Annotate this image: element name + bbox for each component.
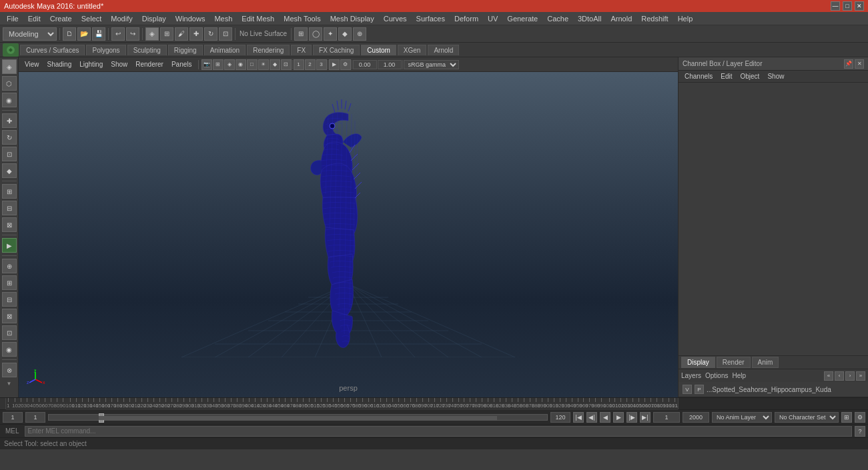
snap-obj-btn[interactable]: ⊞ [2, 184, 17, 199]
menu-3dtoall[interactable]: 3DtoAll [574, 13, 605, 24]
menu-help[interactable]: Help [674, 13, 697, 24]
menu-modify[interactable]: Modify [107, 13, 136, 24]
shelf-tab-xgen[interactable]: XGen [398, 45, 427, 55]
scale-tool[interactable]: ⊡ [2, 147, 17, 161]
vp-render-icon[interactable]: ▶ [329, 59, 340, 70]
menu-surfaces[interactable]: Surfaces [412, 13, 449, 24]
shelf-tab-polygons[interactable]: Polygons [86, 45, 125, 55]
shelf-tab-curves[interactable]: Curves / Surfaces [20, 45, 85, 55]
ch-menu-show[interactable]: Show [764, 71, 787, 81]
layer-tab-render[interactable]: Render [717, 357, 751, 368]
menu-display[interactable]: Display [138, 13, 170, 24]
open-btn[interactable]: 📂 [77, 27, 91, 41]
maximize-btn[interactable]: □ [843, 1, 852, 11]
panel-pin-btn[interactable]: 📌 [844, 59, 853, 69]
vp-camera-icon[interactable]: 📷 [201, 59, 212, 70]
shelf-tab-arnold[interactable]: Arnold [428, 45, 459, 55]
menu-edit-mesh[interactable]: Edit Mesh [238, 13, 278, 24]
layer-nav-left2[interactable]: « [824, 371, 833, 381]
snap-group-btn[interactable]: ⊟ [2, 201, 17, 215]
construction-btn[interactable]: ⊕ [353, 27, 366, 41]
ch-menu-object[interactable]: Object [737, 71, 763, 81]
range-start-input[interactable] [653, 412, 680, 423]
maya-shelf-icon[interactable] [3, 43, 19, 57]
play-back-btn[interactable]: ◀ [600, 412, 610, 423]
menu-select[interactable]: Select [77, 13, 106, 24]
layer-playback-btn[interactable]: P [695, 385, 704, 394]
mel-input[interactable] [25, 426, 852, 437]
menu-arnold[interactable]: Arnold [606, 13, 636, 24]
vp-wireframe-icon[interactable]: ◈ [224, 59, 235, 70]
menu-file[interactable]: File [3, 13, 23, 24]
shelf-tab-custom[interactable]: Custom [361, 45, 396, 55]
shelf-tab-fxcaching[interactable]: FX Caching [313, 45, 360, 55]
vp-menu-shading[interactable]: Shading [44, 59, 75, 69]
vp-color-profile-dropdown[interactable]: sRGB gamma Linear [404, 60, 459, 69]
menu-curves[interactable]: Curves [380, 13, 411, 24]
close-btn[interactable]: ✕ [855, 1, 864, 11]
extra-btn5[interactable]: ◉ [2, 342, 17, 357]
vp-texture-icon[interactable]: □ [247, 59, 258, 70]
anim-extra-btn2[interactable]: ⚙ [855, 412, 865, 423]
vp-shaded-icon[interactable]: ◉ [236, 59, 246, 70]
frame-end-input[interactable] [550, 412, 570, 423]
shelf-tab-fx[interactable]: FX [291, 45, 312, 55]
render-btn[interactable]: ▶ [2, 238, 17, 253]
extra-btn2[interactable]: ⊟ [2, 292, 17, 307]
undo-btn[interactable]: ↩ [111, 27, 125, 41]
minimize-btn[interactable]: — [831, 1, 840, 11]
range-end-input[interactable] [683, 412, 709, 423]
vp-menu-view[interactable]: View [21, 59, 43, 69]
play-fwd-btn[interactable]: ▶ [613, 412, 624, 423]
menu-generate[interactable]: Generate [503, 13, 542, 24]
vp-grid-icon[interactable]: ⊞ [213, 59, 224, 70]
layers-menu-options[interactable]: Options [705, 372, 728, 379]
vp-options-icon[interactable]: ⚙ [340, 59, 351, 70]
layer-visibility-btn[interactable]: V [683, 385, 692, 394]
frame-start-input[interactable] [3, 412, 23, 423]
menu-deform[interactable]: Deform [450, 13, 482, 24]
lasso-tool-btn[interactable]: ⊞ [160, 27, 173, 41]
menu-windows[interactable]: Windows [171, 13, 209, 24]
layer-nav-left[interactable]: ‹ [835, 371, 844, 381]
redo-btn[interactable]: ↪ [126, 27, 139, 41]
ch-menu-channels[interactable]: Channels [681, 71, 716, 81]
snap-point-btn[interactable]: ✦ [324, 27, 337, 41]
save-btn[interactable]: 💾 [92, 27, 105, 41]
shelf-tab-sculpting[interactable]: Sculpting [127, 45, 167, 55]
new-scene-btn[interactable]: 🗋 [63, 27, 76, 41]
vp-menu-show[interactable]: Show [107, 59, 131, 69]
select-mode-btn[interactable]: ◈ [2, 59, 17, 74]
snap-surf-btn[interactable]: ◆ [338, 27, 352, 41]
shelf-tab-animation[interactable]: Animation [204, 45, 246, 55]
menu-mesh-tools[interactable]: Mesh Tools [280, 13, 324, 24]
go-end-btn[interactable]: ▶| [640, 412, 650, 423]
menu-create[interactable]: Create [46, 13, 76, 24]
vp-isolate-input[interactable] [353, 60, 377, 69]
layer-nav-right[interactable]: › [845, 371, 855, 381]
rotate-tool[interactable]: ↻ [2, 130, 17, 145]
vp-shadow-icon[interactable]: ◆ [270, 59, 280, 70]
menu-mesh-display[interactable]: Mesh Display [326, 13, 378, 24]
scale-tool-btn[interactable]: ⊡ [219, 27, 232, 41]
step-fwd-btn[interactable]: |▶ [626, 412, 637, 423]
display-layer-btn[interactable]: ⊕ [2, 259, 17, 273]
timeline-ruler[interactable]: 1102030405060708090100110120130140150160… [6, 398, 678, 410]
ch-menu-edit[interactable]: Edit [717, 71, 735, 81]
vp-menu-renderer[interactable]: Renderer [132, 59, 167, 69]
anim-layer-dropdown[interactable]: No Anim Layer [712, 412, 772, 423]
vp-menu-panels[interactable]: Panels [168, 59, 195, 69]
extra-btn4[interactable]: ⊡ [2, 325, 17, 340]
menu-edit[interactable]: Edit [24, 13, 45, 24]
select-tool-btn[interactable]: ◈ [145, 27, 159, 41]
time-slider[interactable] [48, 414, 548, 421]
vp-res-med-icon[interactable]: 2 [305, 59, 316, 70]
vp-light-icon[interactable]: ☀ [258, 59, 269, 70]
layer-tab-display[interactable]: Display [681, 357, 715, 368]
anim-extra-btn1[interactable]: ⊞ [841, 412, 852, 423]
move-tool[interactable]: ✚ [2, 113, 17, 128]
paint-select-btn[interactable]: ⬡ [2, 76, 17, 91]
vp-xray-icon[interactable]: ⊡ [281, 59, 292, 70]
viewport-canvas[interactable]: x y z persp [19, 72, 678, 397]
extra-btn3[interactable]: ⊠ [2, 309, 17, 323]
